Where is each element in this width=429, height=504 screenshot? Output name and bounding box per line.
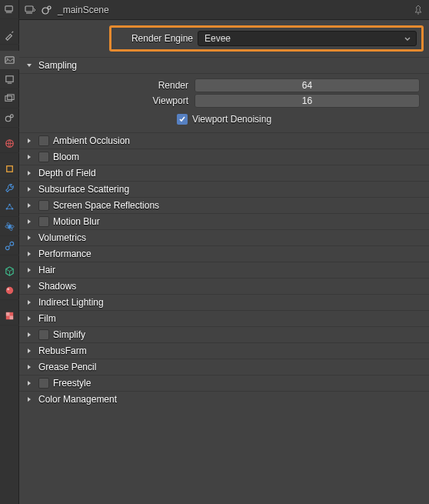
section-label: Volumetrics <box>38 232 86 243</box>
disclosure-right-icon <box>25 137 35 145</box>
render-engine-label: Render Engine <box>116 33 193 44</box>
vertical-tabs <box>0 0 19 504</box>
properties-header: _mainScene <box>19 0 429 20</box>
section-screen-space-reflections[interactable]: Screen Space Reflections <box>19 197 429 213</box>
viewport-denoising-checkbox[interactable] <box>177 114 188 125</box>
disclosure-right-icon <box>25 396 35 403</box>
physics-icon[interactable] <box>0 217 19 236</box>
disclosure-right-icon <box>25 331 35 339</box>
disclosure-right-icon <box>25 202 35 209</box>
texture-icon[interactable] <box>0 306 19 325</box>
constraint-icon[interactable] <box>0 236 19 255</box>
svg-rect-5 <box>8 94 14 99</box>
section-checkbox[interactable] <box>38 135 49 146</box>
section-ambient-occlusion[interactable]: Ambient Occlusion <box>19 132 429 149</box>
context-dropdown-icon[interactable] <box>24 4 36 16</box>
svg-point-19 <box>7 288 9 290</box>
svg-rect-21 <box>6 312 10 315</box>
section-label: Shadows <box>38 281 76 292</box>
section-volumetrics[interactable]: Volumetrics <box>19 229 429 245</box>
disclosure-right-icon <box>25 250 35 258</box>
svg-rect-3 <box>6 75 13 82</box>
section-label: Hair <box>38 265 55 275</box>
section-simplify[interactable]: Simplify <box>19 326 429 342</box>
section-color-management[interactable]: Color Management <box>19 391 429 407</box>
disclosure-right-icon <box>25 218 35 225</box>
section-checkbox[interactable] <box>38 329 49 340</box>
section-label: RebusFarm <box>38 345 87 356</box>
disclosure-right-icon <box>25 266 35 274</box>
particle-icon[interactable] <box>0 198 19 217</box>
viewport-denoising-label: Viewport Denoising <box>192 114 271 125</box>
render-samples-row: Render 64 <box>28 78 420 92</box>
disclosure-down-icon <box>25 62 35 69</box>
section-label: Simplify <box>53 329 85 340</box>
viewport-samples-label: Viewport <box>28 95 188 106</box>
section-label: Freestyle <box>53 378 91 389</box>
render-engine-dropdown[interactable]: Eevee <box>198 31 417 46</box>
svg-rect-23 <box>25 6 33 12</box>
disclosure-right-icon <box>25 234 35 242</box>
scene-name[interactable]: _mainScene <box>58 5 407 15</box>
section-motion-blur[interactable]: Motion Blur <box>19 213 429 229</box>
section-bloom[interactable]: Bloom <box>19 149 429 165</box>
section-depth-of-field[interactable]: Depth of Field <box>19 165 429 181</box>
render-samples-field[interactable]: 64 <box>195 78 420 92</box>
svg-rect-1 <box>5 56 14 62</box>
section-subsurface-scattering[interactable]: Subsurface Scattering <box>19 181 429 197</box>
render-samples-label: Render <box>28 80 188 91</box>
svg-rect-22 <box>10 315 14 319</box>
output-icon[interactable] <box>0 70 19 89</box>
section-sampling[interactable]: Sampling <box>19 57 429 73</box>
section-film[interactable]: Film <box>19 310 429 326</box>
section-label: Color Management <box>38 394 117 405</box>
disclosure-right-icon <box>25 185 35 193</box>
section-label: Performance <box>38 249 91 259</box>
section-freestyle[interactable]: Freestyle <box>19 375 429 391</box>
svg-rect-0 <box>5 5 12 11</box>
render-engine-value: Eevee <box>205 33 231 44</box>
section-checkbox[interactable] <box>38 378 49 389</box>
world-icon[interactable] <box>0 134 19 153</box>
svg-rect-4 <box>5 95 12 101</box>
section-label: Bloom <box>53 152 79 162</box>
svg-rect-9 <box>7 165 13 172</box>
section-label: Motion Blur <box>53 216 100 227</box>
viewlayer-icon[interactable] <box>0 89 19 108</box>
editor-type-icon[interactable] <box>0 0 19 19</box>
svg-point-6 <box>5 116 11 122</box>
render-icon[interactable] <box>0 51 19 70</box>
disclosure-right-icon <box>25 363 35 371</box>
section-label: Film <box>38 313 56 324</box>
material-icon[interactable] <box>0 281 19 300</box>
svg-point-17 <box>10 242 14 245</box>
section-label: Screen Space Reflections <box>53 200 159 211</box>
chevron-down-icon <box>404 35 411 45</box>
pin-icon[interactable] <box>412 4 424 16</box>
section-grease-pencil[interactable]: Grease Pencil <box>19 359 429 375</box>
object-icon[interactable] <box>0 159 19 179</box>
tool-icon[interactable] <box>0 25 19 45</box>
section-rebusfarm[interactable]: RebusFarm <box>19 342 429 359</box>
section-shadows[interactable]: Shadows <box>19 278 429 294</box>
svg-point-16 <box>5 245 9 249</box>
section-checkbox[interactable] <box>38 200 49 211</box>
disclosure-right-icon <box>25 153 35 161</box>
section-performance[interactable]: Performance <box>19 245 429 262</box>
section-label: Ambient Occlusion <box>53 135 130 146</box>
data-icon[interactable] <box>0 262 19 281</box>
main-panel: _mainScene Render Engine Eevee Sampling … <box>19 0 429 504</box>
scene-icon <box>41 4 53 16</box>
disclosure-right-icon <box>25 347 35 355</box>
section-checkbox[interactable] <box>38 152 49 162</box>
section-checkbox[interactable] <box>38 216 49 227</box>
viewport-samples-field[interactable]: 16 <box>195 94 420 108</box>
svg-point-25 <box>48 6 51 9</box>
disclosure-right-icon <box>25 169 35 177</box>
svg-point-7 <box>10 114 13 117</box>
modifier-icon[interactable] <box>0 179 19 198</box>
viewport-samples-row: Viewport 16 <box>28 94 420 108</box>
section-hair[interactable]: Hair <box>19 262 429 278</box>
section-indirect-lighting[interactable]: Indirect Lighting <box>19 294 429 310</box>
scene-icon[interactable] <box>0 108 19 128</box>
